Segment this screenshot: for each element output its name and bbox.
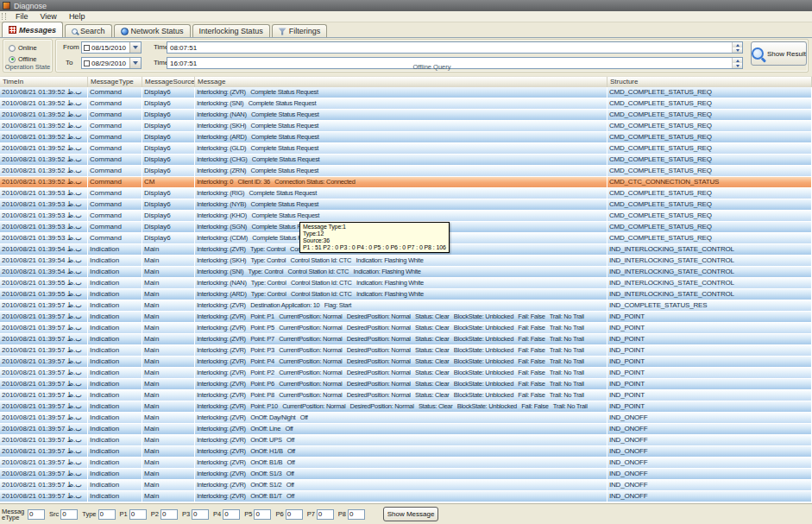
cell-structure: IND_INTERLOCKING_STATE_CONTROL	[607, 256, 812, 266]
table-row[interactable]: 2010/08/21 01:39:52 ب.ظCommandDisplay6In…	[0, 166, 812, 176]
cell-message: Interlocking: (ZVR) Point: P5 CurrentPos…	[195, 323, 607, 333]
table-header: TimeIn MessageType MessageSource Message…	[0, 76, 812, 87]
param-input[interactable]	[317, 509, 334, 520]
from-date-dropdown-button[interactable]	[129, 42, 141, 53]
param-input[interactable]	[161, 509, 178, 520]
online-label: Online	[18, 44, 37, 52]
cell-structure: IND_POINT	[607, 345, 812, 356]
cell-messagetype: Indication	[88, 312, 142, 322]
param-input[interactable]	[192, 509, 209, 520]
show-result-button[interactable]: Show Result	[751, 41, 807, 66]
param-input[interactable]	[60, 509, 78, 520]
param-input[interactable]	[129, 509, 147, 520]
from-date-picker[interactable]: 08/15/2010	[81, 41, 142, 54]
table-row[interactable]: 2010/08/21 01:39:57 ب.ظIndicationMainInt…	[0, 491, 812, 502]
table-row[interactable]: 2010/08/21 01:39:52 ب.ظCommandDisplay6In…	[0, 110, 812, 120]
column-header-messagetype[interactable]: MessageType	[88, 77, 142, 87]
from-time-field[interactable]: 08:07:51	[167, 41, 743, 54]
param-input[interactable]	[348, 509, 365, 520]
param-input[interactable]	[286, 509, 303, 520]
table-row[interactable]: 2010/08/21 01:39:53 ب.ظCommandDisplay6In…	[0, 211, 812, 221]
cell-timein: 2010/08/21 01:39:57 ب.ظ	[0, 469, 88, 479]
toolbar-grip[interactable]	[2, 13, 6, 20]
table-row[interactable]: 2010/08/21 01:39:57 ب.ظIndicationMainInt…	[0, 401, 812, 412]
tab-label: Network Status	[131, 27, 184, 35]
table-row[interactable]: 2010/08/21 01:39:57 ب.ظIndicationMainInt…	[0, 312, 812, 322]
table-row[interactable]: 2010/08/21 01:39:57 ب.ظIndicationMainInt…	[0, 357, 812, 367]
param-label: P3	[182, 510, 190, 518]
cell-timein: 2010/08/21 01:39:53 ب.ظ	[0, 233, 88, 243]
table-row[interactable]: 2010/08/21 01:39:52 ب.ظCommandDisplay6In…	[0, 155, 812, 165]
operation-state-group: Online Offline Operation State	[3, 39, 53, 73]
tab-messages[interactable]: Messages	[2, 22, 63, 37]
cell-timein: 2010/08/21 01:39:54 ب.ظ	[0, 267, 88, 277]
message-param-fields: MessageTypeSrcTypeP1P2P3P4P5P6P7P8	[2, 508, 369, 521]
offline-radio[interactable]	[9, 56, 16, 63]
table-row[interactable]: 2010/08/21 01:39:52 ب.ظCommandCMInterloc…	[0, 177, 812, 187]
cell-messagetype: Indication	[88, 446, 142, 457]
from-date-checkbox[interactable]	[84, 45, 90, 51]
cell-messagetype: Command	[88, 121, 142, 131]
tab-interlocking-status[interactable]: Interlocking Status	[192, 24, 270, 37]
param-input[interactable]	[28, 509, 45, 520]
table-row[interactable]: 2010/08/21 01:39:57 ب.ظIndicationMainInt…	[0, 435, 812, 445]
column-header-structure[interactable]: Structure	[607, 77, 812, 87]
table-row[interactable]: 2010/08/21 01:39:57 ب.ظIndicationMainInt…	[0, 458, 812, 468]
table-row[interactable]: 2010/08/21 01:39:53 ب.ظCommandDisplay6In…	[0, 199, 812, 210]
table-row[interactable]: 2010/08/21 01:39:57 ب.ظIndicationMainInt…	[0, 368, 812, 378]
table-row[interactable]: 2010/08/21 01:39:57 ب.ظIndicationMainInt…	[0, 334, 812, 344]
from-date-value: 08/15/2010	[91, 44, 129, 52]
table-row[interactable]: 2010/08/21 01:39:57 ب.ظIndicationMainInt…	[0, 390, 812, 401]
table-row[interactable]: 2010/08/21 01:39:57 ب.ظIndicationMainInt…	[0, 300, 812, 311]
cell-messagetype: Indication	[88, 357, 142, 367]
cell-timein: 2010/08/21 01:39:57 ب.ظ	[0, 435, 88, 445]
offline-option[interactable]: Offline	[9, 55, 37, 63]
tab-search[interactable]: Search	[65, 24, 112, 37]
table-row[interactable]: 2010/08/21 01:39:57 ب.ظIndicationMainInt…	[0, 480, 812, 490]
online-option[interactable]: Online	[9, 44, 37, 52]
from-time-spinner[interactable]	[732, 42, 742, 53]
table-row[interactable]: 2010/08/21 01:39:55 ب.ظIndicationMainInt…	[0, 278, 812, 288]
cell-structure: CMD_CTC_CONNECTION_STATUS	[607, 177, 812, 187]
table-row[interactable]: 2010/08/21 01:39:52 ب.ظCommandDisplay6In…	[0, 143, 812, 154]
grid-icon	[9, 26, 16, 34]
globe-icon	[121, 28, 129, 35]
menu-file[interactable]: File	[9, 12, 35, 21]
table-row[interactable]: 2010/08/21 01:39:52 ب.ظCommandDisplay6In…	[0, 98, 812, 109]
column-header-message[interactable]: Message	[195, 77, 607, 87]
table-row[interactable]: 2010/08/21 01:39:57 ب.ظIndicationMainInt…	[0, 323, 812, 333]
table-row[interactable]: 2010/08/21 01:39:57 ب.ظIndicationMainInt…	[0, 379, 812, 389]
param-input[interactable]	[98, 509, 116, 520]
table-row[interactable]: 2010/08/21 01:39:57 ب.ظIndicationMainInt…	[0, 446, 812, 457]
table-row[interactable]: 2010/08/21 01:39:54 ب.ظIndicationMainInt…	[0, 256, 812, 266]
table-row[interactable]: 2010/08/21 01:39:57 ب.ظIndicationMainInt…	[0, 413, 812, 423]
table-row[interactable]: 2010/08/21 01:39:57 ب.ظIndicationMainInt…	[0, 469, 812, 479]
table-row[interactable]: 2010/08/21 01:39:55 ب.ظIndicationMainInt…	[0, 289, 812, 300]
cell-messagesource: Main	[142, 446, 195, 457]
menu-help[interactable]: Help	[63, 12, 91, 21]
menu-view[interactable]: View	[35, 12, 63, 21]
tab-network-status[interactable]: Network Status	[114, 24, 191, 37]
param-input[interactable]	[254, 509, 271, 520]
cell-structure: IND_POINT	[607, 401, 812, 412]
cell-message: Interlocking: (SNI) Type: Control Contro…	[195, 267, 607, 277]
column-header-messagesource[interactable]: MessageSource	[142, 77, 195, 87]
table-row[interactable]: 2010/08/21 01:39:54 ب.ظIndicationMainInt…	[0, 267, 812, 277]
table-row[interactable]: 2010/08/21 01:39:52 ب.ظCommandDisplay6In…	[0, 87, 812, 98]
online-radio[interactable]	[9, 45, 16, 52]
table-row[interactable]: 2010/08/21 01:39:57 ب.ظIndicationMainInt…	[0, 345, 812, 356]
table-row[interactable]: 2010/08/21 01:39:53 ب.ظCommandDisplay6In…	[0, 188, 812, 199]
table-row[interactable]: 2010/08/21 01:39:57 ب.ظIndicationMainInt…	[0, 424, 812, 434]
table-row[interactable]: 2010/08/21 01:39:52 ب.ظCommandDisplay6In…	[0, 121, 812, 131]
cell-messagetype: Indication	[88, 435, 142, 445]
tab-label: Interlocking Status	[199, 27, 263, 35]
table-row[interactable]: 2010/08/21 01:39:52 ب.ظCommandDisplay6In…	[0, 132, 812, 142]
filter-panel: Online Offline Operation State From 08/1…	[0, 38, 812, 74]
cell-messagetype: Command	[88, 110, 142, 120]
cell-structure: CMD_COMPLETE_STATUS_REQ	[607, 121, 812, 131]
param-input[interactable]	[223, 509, 240, 520]
column-header-timein[interactable]: TimeIn	[0, 77, 88, 87]
spin-down-icon[interactable]	[733, 47, 742, 53]
tab-filterings[interactable]: Filterings	[272, 24, 328, 37]
show-message-button[interactable]: Show Message	[383, 507, 438, 521]
